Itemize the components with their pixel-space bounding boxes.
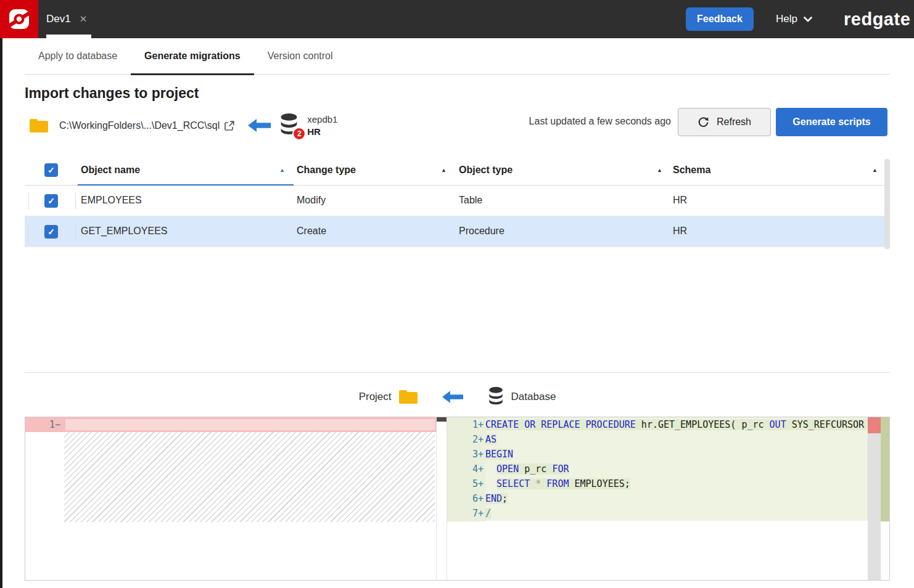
database-icon: [488, 386, 504, 408]
deleted-region-hatch: [64, 432, 435, 522]
diff-legend: Project Database: [25, 383, 890, 410]
diff-added-line: 6+END;: [447, 491, 868, 506]
left-arrow-icon: [248, 119, 271, 132]
sort-asc-icon[interactable]: ▲: [872, 167, 878, 173]
diff-added-line: 1+CREATE OR REPLACE PROCEDURE hr.GET_EMP…: [447, 417, 868, 432]
page-title: Import changes to project: [25, 85, 199, 102]
tab-generate-migrations[interactable]: Generate migrations: [131, 38, 254, 74]
select-all-checkbox[interactable]: [44, 163, 58, 177]
open-folder-icon[interactable]: [224, 121, 234, 131]
chevron-down-icon: [804, 17, 812, 22]
cell-schema: HR: [673, 195, 687, 206]
cell-change-type: Create: [297, 226, 326, 237]
diff-project-pane: 1−: [25, 417, 436, 580]
database-icon: 2: [279, 113, 298, 138]
column-header-object-name[interactable]: Object name: [81, 165, 140, 176]
redgate-logo-icon: [0, 0, 38, 38]
diff-scroll-thumb[interactable]: [437, 417, 447, 422]
app-window: Dev1 ✕ Feedback Help redgate Apply to da…: [0, 0, 914, 588]
table-row[interactable]: GET_EMPLOYEESCreateProcedureHR: [25, 216, 890, 247]
folder-icon: [30, 119, 48, 133]
sort-asc-icon-active[interactable]: ▲: [279, 167, 285, 173]
diff-added-line: 7+/: [447, 506, 868, 521]
cell-object-name: GET_EMPLOYEES: [81, 226, 168, 237]
left-arrow-icon: [442, 391, 463, 403]
sort-asc-icon[interactable]: ▲: [441, 167, 447, 173]
table-scrollbar[interactable]: [884, 159, 890, 249]
window-edge: [0, 38, 2, 588]
change-count-badge: 2: [292, 127, 306, 141]
removed-change-marker: [868, 417, 881, 433]
diff-database-pane: 1+CREATE OR REPLACE PROCEDURE hr.GET_EMP…: [447, 417, 868, 580]
cell-object-type: Table: [459, 195, 482, 206]
diff-removed-line: 1−: [25, 417, 436, 432]
tab-apply-to-database[interactable]: Apply to database: [25, 38, 131, 74]
diff-added-line: 4+ OPEN p_rc FOR: [447, 462, 868, 476]
database-name: xepdb1: [307, 113, 337, 126]
close-tab-icon[interactable]: ✕: [80, 14, 88, 25]
column-header-change-type[interactable]: Change type: [297, 165, 356, 176]
feedback-button[interactable]: Feedback: [686, 7, 754, 31]
column-header-schema[interactable]: Schema: [673, 165, 710, 176]
table-header: Object name ▲ Change type ▲ Object type …: [25, 157, 890, 186]
nav-tabs: Apply to database Generate migrations Ve…: [25, 38, 890, 75]
redgate-wordmark: redgate: [844, 0, 910, 38]
generate-scripts-button[interactable]: Generate scripts: [776, 108, 887, 136]
cell-change-type: Modify: [297, 195, 326, 206]
top-bar: Dev1 ✕ Feedback Help redgate: [0, 0, 914, 38]
project-source-row: C:\WorkingFolders\...\Dev1_RCC\sql 2 xep…: [30, 113, 337, 138]
sort-asc-icon[interactable]: ▲: [657, 167, 662, 173]
project-legend-label: Project: [359, 391, 392, 403]
sql-code: 1+CREATE OR REPLACE PROCEDURE hr.GET_EMP…: [447, 417, 868, 580]
refresh-icon: [698, 116, 709, 128]
removed-line-number: 1−: [25, 417, 64, 432]
object-table: Object name ▲ Change type ▲ Object type …: [25, 157, 890, 247]
cell-schema: HR: [673, 226, 687, 237]
document-tab[interactable]: Dev1 ✕: [46, 0, 87, 38]
added-change-overview-band: [881, 417, 889, 521]
diff-split-bar[interactable]: [436, 417, 447, 580]
table-body: EMPLOYEESModifyTableHRGET_EMPLOYEESCreat…: [25, 186, 890, 247]
table-row[interactable]: EMPLOYEESModifyTableHR: [25, 186, 890, 216]
help-label: Help: [776, 13, 797, 25]
row-checkbox[interactable]: [44, 194, 58, 208]
last-updated-text: Last updated a few seconds ago: [514, 116, 671, 127]
column-header-object-type[interactable]: Object type: [459, 165, 513, 176]
refresh-label: Refresh: [717, 116, 751, 128]
document-tab-label: Dev1: [46, 13, 71, 25]
database-schema: HR: [307, 126, 337, 138]
cell-object-type: Procedure: [459, 226, 504, 237]
folder-icon: [399, 390, 418, 404]
row-checkbox[interactable]: [44, 225, 58, 239]
tab-version-control[interactable]: Version control: [254, 38, 347, 74]
diff-scrollbar[interactable]: [868, 417, 881, 580]
database-legend-label: Database: [511, 391, 556, 403]
section-divider: [25, 372, 890, 373]
cell-object-name: EMPLOYEES: [81, 195, 142, 206]
diff-viewer: 1− 1+CREATE OR REPLACE PROCEDURE hr.GET_…: [25, 417, 890, 581]
refresh-button[interactable]: Refresh: [678, 108, 771, 136]
diff-added-line: 5+ SELECT * FROM EMPLOYEES;: [447, 476, 868, 491]
help-menu[interactable]: Help: [776, 0, 812, 38]
diff-added-line: 3+BEGIN: [447, 447, 868, 462]
diff-added-line: 2+AS: [447, 432, 868, 447]
project-path[interactable]: C:\WorkingFolders\...\Dev1_RCC\sql: [59, 120, 220, 131]
